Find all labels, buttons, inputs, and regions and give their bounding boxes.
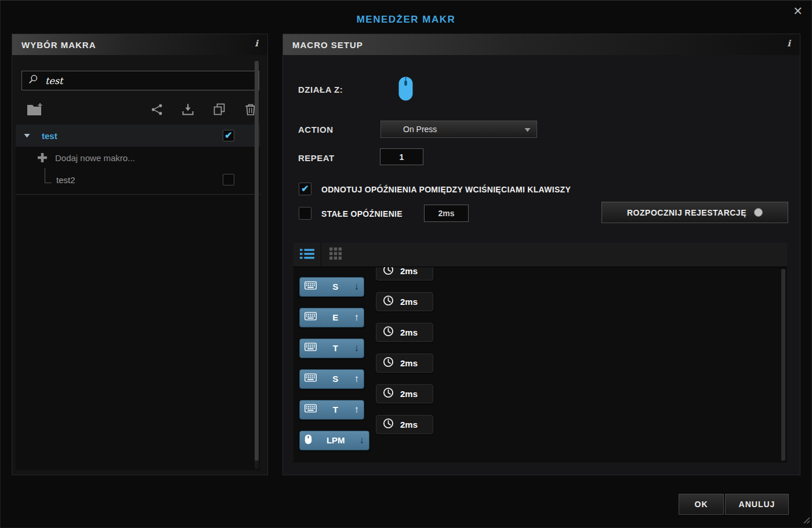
record-circle-icon	[754, 208, 763, 217]
keyboard-icon	[304, 312, 317, 323]
arrow-up-icon: ↑	[354, 312, 360, 322]
add-macro-label: Dodaj nowe makro...	[55, 153, 135, 163]
start-recording-button[interactable]: ROZPOCZNIJ REJESTARCJĘ	[601, 202, 788, 223]
action-label: ACTION	[298, 125, 334, 134]
scrollbar-thumb[interactable]	[255, 61, 259, 461]
macro-delay-event[interactable]: 2ms	[376, 292, 433, 311]
record-delays-checkbox[interactable]: ✔	[299, 183, 311, 195]
action-dropdown-value: On Press	[381, 125, 437, 134]
fixed-delay-label: STAŁE OPÓŹNIENIE	[321, 209, 403, 219]
macro-delay-event[interactable]: 2ms	[376, 323, 433, 342]
keyboard-icon	[304, 343, 317, 354]
clock-icon	[383, 356, 394, 370]
macro-manager-window: MENEDŻER MAKR ✕ WYBÓR MAKRA i test ✔	[0, 0, 812, 528]
search-input[interactable]	[45, 75, 253, 86]
scrollbar-thumb[interactable]	[781, 269, 785, 461]
share-icon[interactable]	[148, 101, 165, 118]
add-macro-item[interactable]: Dodaj nowe makro...	[16, 147, 260, 169]
macro-key-event[interactable]: T↑	[299, 400, 364, 420]
fixed-delay-checkbox[interactable]	[299, 207, 311, 220]
import-icon[interactable]	[179, 101, 197, 118]
macro-toolbar	[21, 98, 259, 121]
resize-grip-icon[interactable]	[802, 516, 810, 526]
info-icon[interactable]: i	[787, 38, 791, 49]
macro-tree: test ✔ Dodaj nowe makro... test2	[16, 125, 260, 470]
macro-checkbox-test2[interactable]	[223, 174, 234, 185]
macro-delay-event[interactable]: 2ms	[376, 384, 433, 403]
plus-icon	[37, 152, 48, 163]
works-with-label: DZIAŁA Z:	[298, 85, 343, 94]
chevron-down-icon	[524, 128, 531, 132]
repeat-label: REPEAT	[298, 153, 335, 163]
clock-icon	[383, 418, 394, 431]
tab-list-view[interactable]	[293, 243, 321, 267]
arrow-up-icon: ↑	[354, 374, 360, 384]
macro-key-event[interactable]: S↓	[299, 277, 364, 297]
macro-selection-header: WYBÓR MAKRA i	[12, 34, 267, 55]
start-recording-label: ROZPOCZNIJ REJESTARCJĘ	[627, 208, 746, 217]
macro-delay-event[interactable]: 2ms	[376, 415, 433, 434]
mouse-icon	[398, 76, 414, 104]
check-icon: ✔	[301, 184, 309, 194]
macro-tree-item-test[interactable]: test ✔	[16, 125, 260, 147]
macro-delay-event[interactable]: 2ms	[376, 354, 433, 373]
clock-icon	[383, 326, 394, 339]
clock-icon	[383, 267, 394, 278]
repeat-input[interactable]	[380, 148, 423, 165]
list-view-icon	[299, 248, 315, 262]
action-dropdown[interactable]: On Press	[380, 121, 537, 138]
copy-icon[interactable]	[211, 101, 228, 118]
macro-setup-title: MACRO SETUP	[292, 40, 363, 50]
keyboard-icon	[304, 373, 317, 384]
ok-button[interactable]: OK	[679, 494, 724, 515]
clock-icon	[383, 387, 394, 400]
macro-key-event[interactable]: E↑	[299, 308, 364, 327]
fixed-delay-input[interactable]	[424, 205, 469, 222]
macro-selection-title: WYBÓR MAKRA	[21, 40, 96, 50]
tab-grid-view[interactable]	[321, 243, 349, 267]
arrow-down-icon: ↓	[360, 435, 365, 445]
new-folder-icon[interactable]	[26, 101, 44, 118]
macro-name-label[interactable]: test	[42, 131, 57, 141]
check-icon: ✔	[224, 131, 232, 140]
macro-key-event[interactable]: T↓	[299, 338, 364, 358]
divider	[16, 194, 260, 195]
mouse-icon	[304, 434, 312, 447]
info-icon[interactable]: i	[255, 38, 258, 49]
macro-setup-header: MACRO SETUP i	[283, 34, 800, 55]
macro-search-box[interactable]	[21, 71, 259, 90]
record-delays-label: ODNOTUJ OPÓŹNIENIA POMIĘDZY WCIŚNIĘCIAMI…	[321, 185, 571, 194]
macro-key-event[interactable]: S↑	[299, 369, 364, 389]
macro-setup-panel: MACRO SETUP i DZIAŁA Z: ACTION On Press …	[282, 34, 800, 475]
event-list-scrollbar[interactable]	[781, 269, 785, 461]
macro-list-scrollbar[interactable]	[255, 61, 259, 469]
tree-branch-line	[45, 168, 52, 183]
macro-selection-panel: WYBÓR MAKRA i test ✔ Dodaj nowe makro...	[12, 34, 268, 475]
keyboard-icon	[304, 404, 317, 415]
view-tabs	[293, 243, 787, 267]
caret-down-icon[interactable]	[24, 133, 30, 138]
cancel-button[interactable]: ANULUJ	[725, 494, 789, 515]
close-icon[interactable]: ✕	[793, 4, 803, 18]
macro-tree-item-test2[interactable]: test2	[16, 169, 260, 191]
macro-mouse-event[interactable]: LPM↓	[299, 431, 369, 450]
window-title: MENEDŻER MAKR	[0, 14, 812, 26]
arrow-up-icon: ↑	[354, 405, 360, 414]
dialog-actions: OK ANULUJ	[679, 494, 789, 515]
grid-view-icon	[329, 247, 342, 262]
clock-icon	[383, 295, 394, 308]
macro-event-list: 2msS↓2msE↑2msT↓2msS↑2msT↑2msLPM↓	[293, 267, 787, 463]
macro-name-label[interactable]: test2	[56, 175, 75, 185]
arrow-down-icon: ↓	[354, 282, 360, 292]
macro-checkbox-test[interactable]: ✔	[223, 130, 234, 141]
keyboard-icon	[304, 281, 317, 292]
macro-delay-event[interactable]: 2ms	[376, 267, 433, 281]
arrow-down-icon: ↓	[354, 343, 360, 353]
search-icon	[28, 74, 38, 87]
